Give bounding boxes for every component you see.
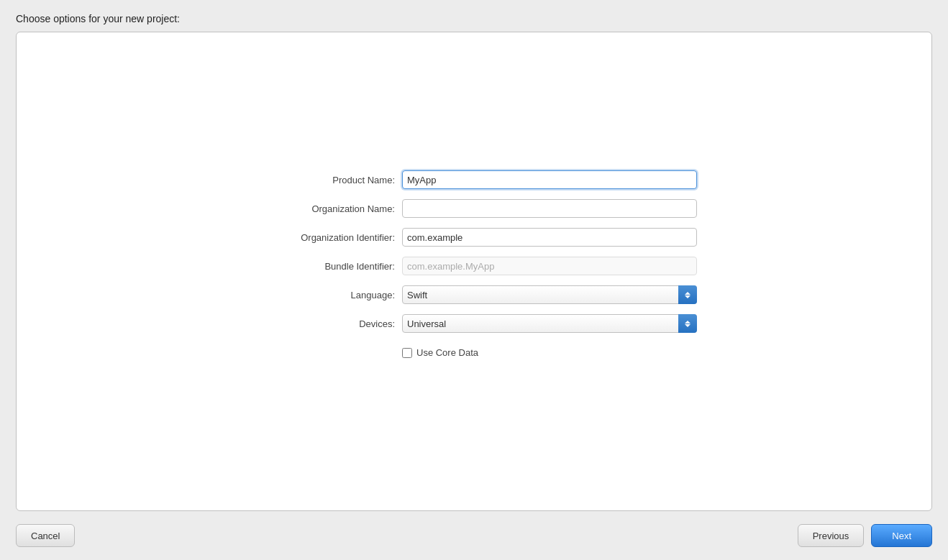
devices-select[interactable]: Universal iPhone iPad xyxy=(402,314,697,333)
devices-row: Devices: Universal iPhone iPad xyxy=(251,314,697,333)
language-label: Language: xyxy=(251,290,402,300)
devices-select-wrapper[interactable]: Universal iPhone iPad xyxy=(402,314,697,333)
product-name-row: Product Name: xyxy=(251,170,697,189)
bundle-identifier-input xyxy=(402,257,697,275)
next-button[interactable]: Next xyxy=(871,524,932,547)
main-panel: Product Name: Organization Name: Organiz… xyxy=(16,32,932,511)
org-name-input[interactable] xyxy=(402,199,697,218)
bundle-identifier-row: Bundle Identifier: xyxy=(251,257,697,275)
org-name-row: Organization Name: xyxy=(251,199,697,218)
devices-label: Devices: xyxy=(251,318,402,329)
language-select[interactable]: Swift Objective-C xyxy=(402,285,697,304)
bottom-bar: Cancel Previous Next xyxy=(0,511,948,560)
language-select-wrapper[interactable]: Swift Objective-C xyxy=(402,285,697,304)
page-title: Choose options for your new project: xyxy=(0,0,948,32)
core-data-row: Use Core Data xyxy=(251,347,697,358)
org-identifier-input[interactable] xyxy=(402,228,697,247)
org-identifier-row: Organization Identifier: xyxy=(251,228,697,247)
core-data-text: Use Core Data xyxy=(416,347,478,358)
org-name-label: Organization Name: xyxy=(251,203,402,214)
previous-button[interactable]: Previous xyxy=(798,524,865,547)
product-name-input[interactable] xyxy=(402,170,697,189)
product-name-label: Product Name: xyxy=(251,175,402,185)
nav-buttons: Previous Next xyxy=(798,524,932,547)
bundle-identifier-label: Bundle Identifier: xyxy=(251,261,402,272)
language-row: Language: Swift Objective-C xyxy=(251,285,697,304)
core-data-label[interactable]: Use Core Data xyxy=(402,347,478,358)
form-container: Product Name: Organization Name: Organiz… xyxy=(17,142,931,401)
core-data-checkbox[interactable] xyxy=(402,348,412,358)
org-identifier-label: Organization Identifier: xyxy=(251,232,402,243)
cancel-button[interactable]: Cancel xyxy=(16,524,75,547)
